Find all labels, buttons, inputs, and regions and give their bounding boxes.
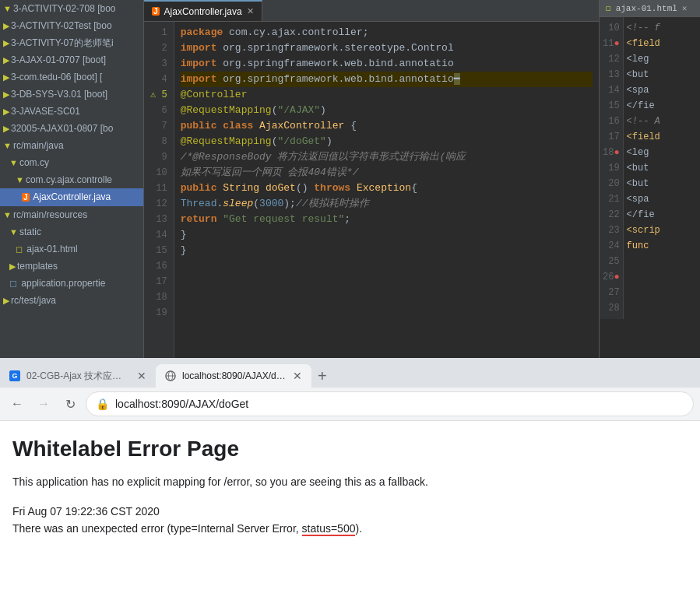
browser-chrome: G 02-CGB-Ajax 技术应用 - Goog ✕ localhost:80… xyxy=(0,358,700,421)
browser-tab-google-title: 02-CGB-Ajax 技术应用 - Goog xyxy=(26,370,131,383)
browser-tab-localhost-title: localhost:8090/AJAX/doGet xyxy=(182,370,287,381)
right-line-numbers: 10 11● 12 13 14 15 16 17 18● 19 20 21 22… xyxy=(600,17,624,319)
browser-section: G 02-CGB-Ajax 技术应用 - Goog ✕ localhost:80… xyxy=(0,358,700,593)
browser-tab-localhost[interactable]: localhost:8090/AJAX/doGet ✕ xyxy=(156,364,311,388)
line-numbers: 1 2 3 4 ⚠ 5 6 7 8 9 10 11 12 13 14 15 16… xyxy=(144,22,174,358)
tab-close-icon[interactable]: ✕ xyxy=(682,3,688,13)
ide-section: ▼3-ACTIVITY-02-708 [boo ▶3-ACTIVITY-02Te… xyxy=(0,0,700,358)
browser-tab-google-close[interactable]: ✕ xyxy=(137,370,146,382)
sidebar-item-ajax-controller[interactable]: J AjaxController.java xyxy=(0,188,143,206)
right-code-view: 10 11● 12 13 14 15 16 17 18● 19 20 21 22… xyxy=(600,17,700,319)
code-lines: package com.cy.ajax.controller; import o… xyxy=(174,22,599,358)
status-underline: status=500 xyxy=(302,522,356,536)
error-timestamp: Fri Aug 07 19:22:36 CST 2020 xyxy=(12,503,688,520)
browser-tab-bar: G 02-CGB-Ajax 技术应用 - Goog ✕ localhost:80… xyxy=(0,358,700,388)
right-panel-tab[interactable]: ◻ ajax-01.html ✕ xyxy=(600,0,700,17)
sidebar-item-activity-test[interactable]: ▶3-ACTIVITY-02Test [boo xyxy=(0,17,143,34)
sidebar-item-ajax-0807[interactable]: ▶32005-AJAX01-0807 [bo xyxy=(0,120,143,137)
error-detail: Fri Aug 07 19:22:36 CST 2020 There was a… xyxy=(12,503,688,538)
error-message: There was an unexpected error (type=Inte… xyxy=(12,520,688,537)
editor-area: J AjaxController.java ✕ 1 2 3 4 ⚠ 5 6 7 … xyxy=(144,0,599,358)
sidebar-item-com-tedu[interactable]: ▶3-com.tedu-06 [boot] [ xyxy=(0,68,143,86)
sidebar-item-src-test-java[interactable]: ▶rc/test/java xyxy=(0,292,143,309)
sidebar-item-com-cy[interactable]: ▼com.cy xyxy=(0,154,143,171)
error-description: This application has no explicit mapping… xyxy=(12,474,688,490)
right-code-lines: <!-- f <field <leg <but <spa </fie <!-- … xyxy=(624,17,663,319)
error-page-title: Whitelabel Error Page xyxy=(12,437,688,461)
sidebar-item-src-main-res[interactable]: ▼rc/main/resources xyxy=(0,206,143,223)
security-icon: 🔒 xyxy=(96,398,109,410)
sidebar-item-activity-07[interactable]: ▶3-ACTIVITY-07的老师笔i xyxy=(0,34,143,51)
sidebar-item-app-props[interactable]: ◻ application.propertie xyxy=(0,275,143,292)
browser-tab-localhost-close[interactable]: ✕ xyxy=(293,370,302,382)
sidebar-item-static[interactable]: ▼static xyxy=(0,223,143,240)
browser-tab-google[interactable]: G 02-CGB-Ajax 技术应用 - Goog ✕ xyxy=(0,364,156,388)
file-tree-sidebar: ▼3-ACTIVITY-02-708 [boo ▶3-ACTIVITY-02Te… xyxy=(0,0,144,358)
google-favicon: G xyxy=(9,370,20,381)
address-bar[interactable]: 🔒 localhost:8090/AJAX/doGet xyxy=(86,391,694,416)
sidebar-item-javase[interactable]: ▶3-JAVASE-SC01 xyxy=(0,103,143,120)
sidebar-item-templates[interactable]: ▶templates xyxy=(0,258,143,275)
editor-tab-bar: J AjaxController.java ✕ xyxy=(144,0,599,22)
globe-favicon xyxy=(165,370,176,381)
reload-button[interactable]: ↻ xyxy=(59,393,81,415)
right-panel: ◻ ajax-01.html ✕ 10 11● 12 13 14 15 16 1… xyxy=(599,0,700,358)
tab-ajax-controller[interactable]: J AjaxController.java ✕ xyxy=(144,0,262,21)
tab-close-icon[interactable]: ✕ xyxy=(247,6,254,16)
browser-toolbar: ← → ↻ 🔒 localhost:8090/AJAX/doGet xyxy=(0,388,700,420)
sidebar-item-src-main-java[interactable]: ▼rc/main/java xyxy=(0,137,143,154)
browser-content: Whitelabel Error Page This application h… xyxy=(0,421,700,593)
sidebar-item-activity-708[interactable]: ▼3-ACTIVITY-02-708 [boo xyxy=(0,0,143,17)
new-tab-button[interactable]: + xyxy=(311,364,333,388)
sidebar-item-db-sys[interactable]: ▶3-DB-SYS-V3.01 [boot] xyxy=(0,86,143,103)
sidebar-item-com-cy-ajax[interactable]: ▼com.cy.ajax.controlle xyxy=(0,171,143,188)
sidebar-item-ajax-html[interactable]: ◻ ajax-01.html xyxy=(0,240,143,258)
sidebar-item-ajax-0707[interactable]: ▶3-AJAX-01-0707 [boot] xyxy=(0,51,143,68)
code-editor[interactable]: 1 2 3 4 ⚠ 5 6 7 8 9 10 11 12 13 14 15 16… xyxy=(144,22,599,358)
back-button[interactable]: ← xyxy=(6,393,28,415)
url-text: localhost:8090/AJAX/doGet xyxy=(115,398,248,410)
forward-button[interactable]: → xyxy=(33,393,55,415)
